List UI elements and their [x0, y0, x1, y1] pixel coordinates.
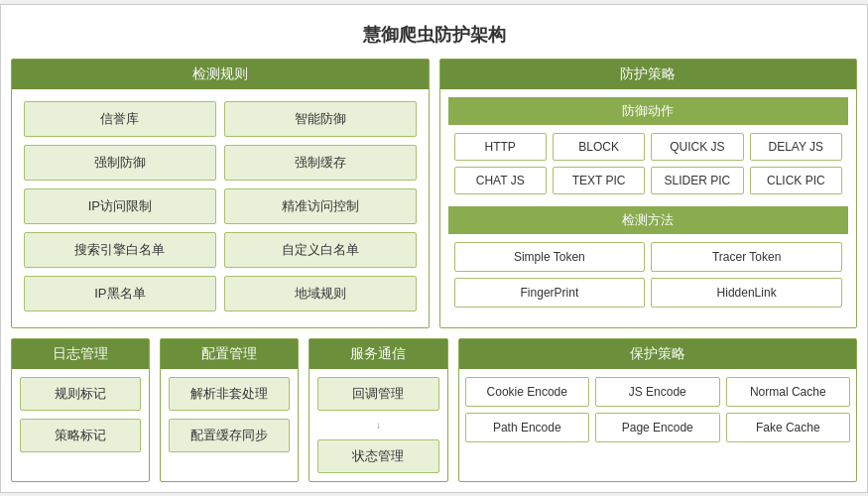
detect-method-header: 检测方法 — [448, 206, 849, 234]
list-item: Simple Token — [454, 242, 646, 272]
detection-rules-header: 检测规则 — [12, 60, 429, 89]
list-item: HiddenLink — [651, 278, 842, 308]
list-item: FingerPrint — [454, 278, 646, 308]
list-item: IP访问限制 — [24, 188, 216, 224]
list-item: 策略标记 — [20, 419, 141, 452]
log-management-header: 日志管理 — [12, 339, 149, 369]
protection-policy-panel: 防护策略 防御动作 HTTP BLOCK QUICK JS DELAY JS C… — [439, 59, 858, 328]
list-item: QUICK JS — [651, 133, 743, 161]
connector: ↓ — [317, 419, 438, 432]
service-comm-grid: 回调管理 ↓ 状态管理 — [310, 369, 446, 481]
log-management-panel: 日志管理 规则标记 策略标记 — [11, 338, 150, 482]
list-item: Path Encode — [465, 413, 589, 442]
list-item: 规则标记 — [20, 377, 141, 411]
list-item: 自定义白名单 — [224, 232, 417, 268]
list-item: HTTP — [454, 133, 547, 161]
list-item: 状态管理 — [317, 439, 438, 473]
list-item: 精准访问控制 — [224, 188, 417, 224]
list-item: TEXT PIC — [553, 167, 645, 194]
list-item: 智能防御 — [224, 101, 417, 137]
defense-action-grid: HTTP BLOCK QUICK JS DELAY JS CHAT JS TEX… — [448, 125, 849, 202]
list-item: 强制缓存 — [224, 145, 417, 181]
detect-method-grid: Simple Token Tracer Token FingerPrint Hi… — [448, 234, 849, 315]
list-item: 搜索引擎白名单 — [24, 232, 216, 268]
list-item: Normal Cache — [726, 377, 851, 407]
list-item: IP黑名单 — [24, 276, 216, 311]
list-item: 强制防御 — [24, 145, 216, 181]
protect-strategy-header: 保护策略 — [459, 339, 856, 369]
defense-action-header: 防御动作 — [448, 97, 849, 125]
list-item: 信誉库 — [24, 101, 216, 137]
list-item: 回调管理 — [317, 377, 438, 411]
list-item: Tracer Token — [651, 242, 842, 272]
protection-policy-header: 防护策略 — [440, 60, 857, 89]
list-item: 配置缓存同步 — [169, 419, 290, 452]
list-item: CHAT JS — [454, 167, 547, 194]
defense-section: 防御动作 HTTP BLOCK QUICK JS DELAY JS CHAT J… — [440, 89, 857, 327]
detect-method-section: 检测方法 Simple Token Tracer Token FingerPri… — [448, 206, 849, 315]
detection-rules-grid: 信誉库 智能防御 强制防御 强制缓存 IP访问限制 精准访问控制 搜索引擎白名单… — [12, 89, 429, 323]
top-row: 检测规则 信誉库 智能防御 强制防御 强制缓存 IP访问限制 精准访问控制 搜索… — [11, 59, 857, 328]
protect-strategy-grid: Cookie Encode JS Encode Normal Cache Pat… — [459, 369, 856, 450]
page-title: 慧御爬虫防护架构 — [11, 15, 857, 59]
protect-strategy-panel: 保护策略 Cookie Encode JS Encode Normal Cach… — [458, 338, 857, 482]
service-comm-header: 服务通信 — [310, 339, 446, 369]
list-item: SLIDER PIC — [651, 167, 743, 194]
bottom-row: 日志管理 规则标记 策略标记 配置管理 解析非套处理 配置缓存同步 服务通信 回… — [11, 338, 857, 482]
list-item: JS Encode — [595, 377, 719, 407]
bottom-left: 日志管理 规则标记 策略标记 配置管理 解析非套处理 配置缓存同步 服务通信 回… — [11, 338, 448, 482]
service-comm-panel: 服务通信 回调管理 ↓ 状态管理 — [309, 338, 447, 482]
config-management-header: 配置管理 — [161, 339, 298, 369]
log-management-grid: 规则标记 策略标记 — [12, 369, 149, 460]
detection-rules-panel: 检测规则 信誉库 智能防御 强制防御 强制缓存 IP访问限制 精准访问控制 搜索… — [11, 59, 430, 328]
list-item: 地域规则 — [224, 276, 417, 311]
defense-action-section: 防御动作 HTTP BLOCK QUICK JS DELAY JS CHAT J… — [448, 97, 849, 202]
list-item: 解析非套处理 — [169, 377, 290, 411]
list-item: Page Encode — [595, 413, 719, 442]
list-item: DELAY JS — [750, 133, 842, 161]
list-item: Fake Cache — [726, 413, 851, 442]
config-management-grid: 解析非套处理 配置缓存同步 — [161, 369, 298, 460]
list-item: Cookie Encode — [465, 377, 589, 407]
config-management-panel: 配置管理 解析非套处理 配置缓存同步 — [160, 338, 299, 482]
list-item: BLOCK — [553, 133, 645, 161]
list-item: CLICK PIC — [750, 167, 842, 194]
main-container: 慧御爬虫防护架构 检测规则 信誉库 智能防御 强制防御 强制缓存 IP访问限制 … — [0, 4, 868, 493]
